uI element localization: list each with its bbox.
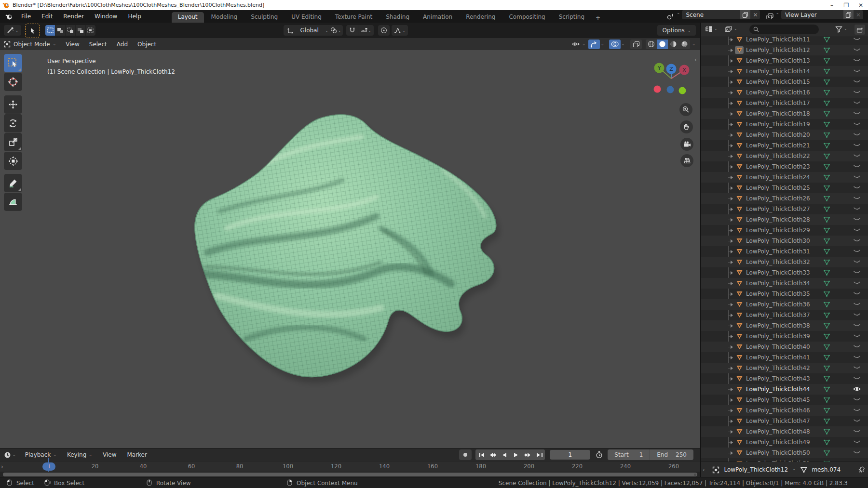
outliner-row[interactable]: LowPoly_ThickCloth11 [701, 37, 868, 45]
outliner-row[interactable]: LowPoly_ThickCloth37 [701, 310, 868, 320]
region-expand-icon[interactable]: › [1, 463, 3, 470]
timeline-menu-playback[interactable]: Playback⌄ [20, 451, 62, 458]
eye-closed-icon[interactable] [853, 174, 861, 180]
eye-closed-icon[interactable] [853, 121, 861, 127]
end-frame-field[interactable]: End 250 [650, 449, 693, 460]
menu-edit[interactable]: Edit [36, 10, 58, 23]
viewport-menu-add[interactable]: Add [112, 41, 133, 48]
eye-closed-icon[interactable] [853, 439, 861, 445]
options-dropdown[interactable]: Options ⌄ [657, 25, 696, 36]
object-name[interactable]: LowPoly_ThickCloth36 [746, 301, 810, 308]
mesh-object-icon[interactable] [735, 163, 744, 171]
outliner-row[interactable]: LowPoly_ThickCloth45 [701, 395, 868, 405]
eye-closed-icon[interactable] [853, 163, 861, 170]
expand-arrow-icon[interactable] [730, 271, 733, 275]
cloth-mesh-object[interactable] [174, 108, 530, 397]
outliner-row[interactable]: LowPoly_ThickCloth12 [701, 45, 868, 55]
object-name[interactable]: LowPoly_ThickCloth47 [746, 418, 810, 424]
expand-arrow-icon[interactable] [730, 440, 733, 445]
shading-material-button[interactable] [668, 40, 679, 49]
object-name[interactable]: LowPoly_ThickCloth20 [746, 132, 810, 138]
mesh-object-icon[interactable] [735, 99, 744, 107]
expand-arrow-icon[interactable] [730, 38, 733, 42]
object-types-caret-icon[interactable]: ⌄ [582, 42, 585, 46]
tab-uv-editing[interactable]: UV Editing [285, 12, 328, 23]
eye-closed-icon[interactable] [853, 227, 861, 233]
expand-arrow-icon[interactable] [730, 112, 733, 116]
mesh-object-icon[interactable] [735, 279, 744, 287]
outliner-row[interactable]: LowPoly_ThickCloth38 [701, 320, 868, 331]
mesh-object-icon[interactable] [735, 449, 744, 457]
outliner-row[interactable]: LowPoly_ThickCloth26 [701, 193, 868, 204]
scene-caret-icon[interactable]: ⌄ [677, 10, 680, 23]
auto-keyframe-stopwatch-icon[interactable] [593, 449, 605, 460]
outliner-row[interactable]: LowPoly_ThickCloth30 [701, 236, 868, 246]
filter-icon[interactable] [835, 26, 842, 33]
object-name[interactable]: LowPoly_ThickCloth12 [746, 47, 810, 53]
timeline-ruler[interactable]: › 20406080100120140160180200220240260 1 [0, 461, 700, 472]
eye-closed-icon[interactable] [853, 248, 861, 254]
tab-shading[interactable]: Shading [380, 12, 416, 23]
mesh-object-icon[interactable] [735, 375, 744, 382]
play-reverse-button[interactable] [499, 449, 510, 460]
region-collapse-icon[interactable]: ‹ [694, 56, 697, 63]
object-name[interactable]: LowPoly_ThickCloth13 [746, 57, 810, 64]
eye-closed-icon[interactable] [853, 365, 861, 371]
blender-logo-mono-icon[interactable] [5, 10, 13, 23]
expand-arrow-icon[interactable] [730, 59, 733, 63]
mesh-object-icon[interactable] [735, 184, 744, 192]
expand-arrow-icon[interactable] [730, 398, 733, 402]
expand-arrow-icon[interactable] [730, 303, 733, 307]
object-name[interactable]: LowPoly_ThickCloth49 [746, 439, 810, 446]
scene-users-icon[interactable] [740, 10, 750, 19]
eye-closed-icon[interactable] [853, 418, 861, 424]
eye-closed-icon[interactable] [853, 375, 861, 382]
outliner-row[interactable]: LowPoly_ThickCloth27 [701, 204, 868, 214]
outliner-row[interactable]: LowPoly_ThickCloth36 [701, 299, 868, 310]
outliner-row[interactable]: LowPoly_ThickCloth22 [701, 151, 868, 161]
outliner-row[interactable]: LowPoly_ThickCloth34 [701, 278, 868, 289]
object-name[interactable]: LowPoly_ThickCloth25 [746, 185, 810, 191]
tool-annotate-button[interactable] [4, 174, 22, 192]
object-name[interactable]: LowPoly_ThickCloth22 [746, 153, 810, 159]
gizmos-toggle[interactable] [588, 40, 600, 49]
object-name[interactable]: LowPoly_ThickCloth29 [746, 227, 810, 234]
camera-view-button[interactable] [680, 138, 693, 151]
outliner-row[interactable]: LowPoly_ThickCloth44 [701, 384, 868, 395]
viewport-3d[interactable]: User Perspective (1) Scene Collection | … [0, 50, 700, 448]
snap-toggle-magnet-icon[interactable] [346, 25, 358, 36]
filter-caret-icon[interactable]: ⌄ [844, 26, 847, 31]
outliner-row[interactable]: LowPoly_ThickCloth41 [701, 352, 868, 363]
eye-closed-icon[interactable] [853, 354, 861, 360]
restore-button[interactable]: ❐ [839, 0, 854, 10]
tab-scripting[interactable]: Scripting [553, 12, 591, 23]
object-name[interactable]: LowPoly_ThickCloth45 [746, 396, 810, 403]
mesh-object-icon[interactable] [735, 226, 744, 234]
menu-file[interactable]: File [16, 10, 36, 23]
next-keyframe-button[interactable] [522, 449, 533, 460]
outliner-row[interactable]: LowPoly_ThickCloth48 [701, 426, 868, 437]
eye-closed-icon[interactable] [853, 79, 861, 85]
current-frame-field[interactable]: 1 [550, 450, 590, 460]
breadcrumb-mesh-name[interactable]: mesh.074 [812, 466, 841, 473]
outliner-row[interactable]: LowPoly_ThickCloth43 [701, 373, 868, 384]
eye-closed-icon[interactable] [853, 89, 861, 95]
eye-closed-icon[interactable] [853, 428, 861, 435]
mesh-object-icon[interactable] [735, 396, 744, 404]
eye-closed-icon[interactable] [853, 100, 861, 106]
object-name[interactable]: LowPoly_ThickCloth40 [746, 343, 810, 350]
mesh-object-icon[interactable] [735, 37, 744, 43]
mesh-object-icon[interactable] [735, 290, 744, 298]
overlays-toggle[interactable] [609, 40, 621, 49]
object-name[interactable]: LowPoly_ThickCloth24 [746, 174, 810, 181]
eye-closed-icon[interactable] [853, 449, 861, 456]
expand-arrow-icon[interactable] [730, 186, 733, 190]
mesh-object-icon[interactable] [735, 407, 744, 414]
eye-closed-icon[interactable] [853, 290, 861, 297]
outliner-row[interactable]: LowPoly_ThickCloth28 [701, 214, 868, 225]
outliner-row[interactable]: LowPoly_ThickCloth50 [701, 448, 868, 458]
eye-closed-icon[interactable] [853, 37, 861, 42]
mesh-object-icon[interactable] [735, 417, 744, 425]
mesh-object-icon[interactable] [735, 428, 744, 435]
outliner-row[interactable]: LowPoly_ThickCloth16 [701, 87, 868, 98]
